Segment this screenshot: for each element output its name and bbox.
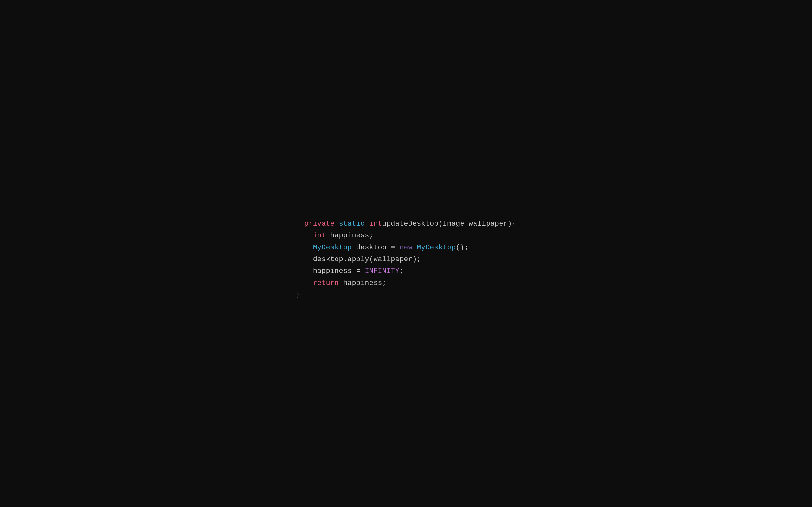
constant-infinity: INFINITY (365, 267, 399, 275)
class-mydesktop2: MyDesktop (417, 244, 456, 251)
keyword-int-line1: int (369, 220, 382, 228)
line-2: int happiness; (296, 232, 374, 239)
line1-rest: updateDesktop(Image wallpaper){ (382, 220, 516, 228)
space (365, 220, 369, 228)
line5-rest1: happiness = (313, 267, 365, 275)
closing-brace: } (296, 291, 300, 299)
line-3: MyDesktop desktop = new MyDesktop(); (296, 244, 469, 251)
line6-rest: happiness; (339, 279, 387, 287)
line2-rest: happiness; (326, 232, 374, 239)
line-7: } (296, 291, 300, 299)
line-4: desktop.apply(wallpaper); (296, 256, 421, 263)
line5-rest2: ; (400, 267, 404, 275)
keyword-static: static (339, 220, 365, 228)
line-1: private static intupdateDesktop(Image wa… (304, 220, 516, 228)
line3-rest1: desktop = (352, 244, 399, 251)
code-display: private static intupdateDesktop(Image wa… (296, 206, 516, 301)
indent-4 (296, 256, 313, 263)
keyword-private: private (304, 220, 335, 228)
indent-6 (296, 279, 313, 287)
indent-3 (296, 244, 313, 251)
indent-5 (296, 267, 313, 275)
space (335, 220, 339, 228)
line4-rest: desktop.apply(wallpaper); (313, 256, 421, 263)
line3-rest2: (); (456, 244, 469, 251)
indent-2 (296, 232, 313, 239)
keyword-return: return (313, 279, 339, 287)
line-6: return happiness; (296, 279, 387, 287)
keyword-new: new (400, 244, 413, 251)
keyword-int-line2: int (313, 232, 326, 239)
space-3 (412, 244, 417, 251)
class-mydesktop1: MyDesktop (313, 244, 352, 251)
line-5: happiness = INFINITY; (296, 267, 404, 275)
